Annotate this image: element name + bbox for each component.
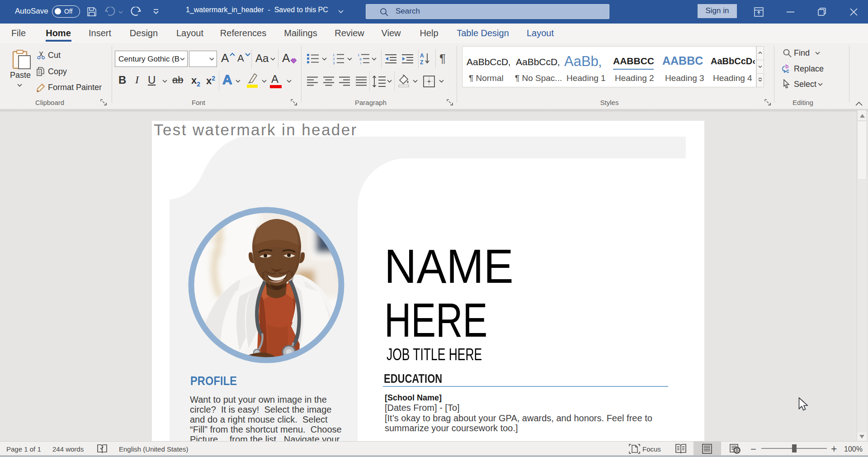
svg-text:2: 2 xyxy=(333,57,335,61)
svg-text:1: 1 xyxy=(358,53,360,57)
svg-text:Z: Z xyxy=(420,59,423,65)
svg-text:i: i xyxy=(360,61,361,65)
svg-text:c: c xyxy=(786,68,789,73)
svg-text:a: a xyxy=(359,57,362,61)
svg-text:1: 1 xyxy=(333,53,335,57)
svg-text:A: A xyxy=(420,52,424,59)
svg-text:3: 3 xyxy=(333,61,335,65)
